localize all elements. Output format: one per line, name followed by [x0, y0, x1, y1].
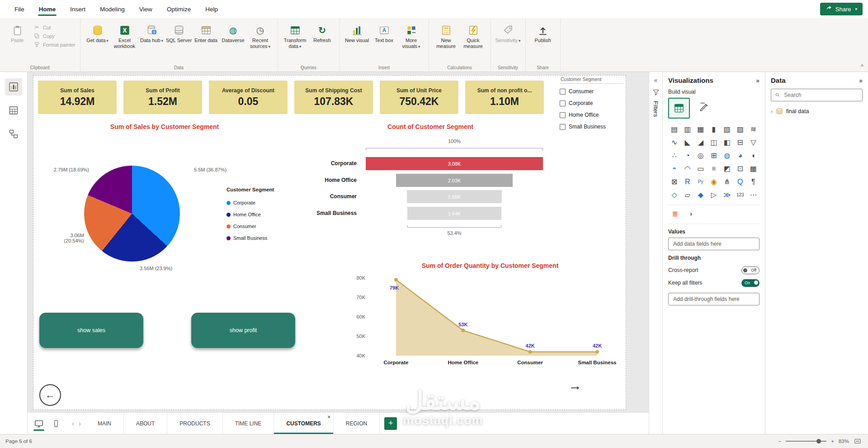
- kpi-card-discount[interactable]: Average of Discount0.05: [209, 81, 288, 114]
- line-stacked-column-chart-icon[interactable]: ◫: [708, 136, 720, 148]
- menu-view[interactable]: View: [132, 0, 160, 18]
- gauge-icon[interactable]: ◠: [681, 162, 693, 175]
- tab-region[interactable]: REGION: [334, 413, 380, 434]
- sql-server-button[interactable]: SQL Server: [165, 20, 193, 43]
- qa-visual-icon[interactable]: Q: [734, 176, 746, 188]
- show-profit-button[interactable]: show profit: [191, 313, 295, 348]
- tab-time-line[interactable]: TIME LINE: [223, 413, 274, 434]
- cut-button[interactable]: ✂Cut: [33, 24, 75, 30]
- waterfall-chart-icon[interactable]: ⊟: [734, 136, 746, 148]
- data-point-small-business[interactable]: [595, 350, 599, 353]
- build-visual-mode-button[interactable]: [668, 98, 690, 119]
- power-apps-icon[interactable]: ▷: [708, 189, 720, 201]
- data-search-box[interactable]: [771, 89, 863, 101]
- line-chart[interactable]: 80K 70K 60K 50K 40K 79K 53K 42K 42K Corp…: [345, 272, 626, 370]
- copy-button[interactable]: Copy: [33, 33, 75, 39]
- kpi-card-sales[interactable]: Sum of Sales14.92M: [38, 81, 117, 114]
- legend-item-home-office[interactable]: Home Office: [226, 209, 274, 220]
- kpi-card-non-profit[interactable]: Sum of non profit o...1.10M: [465, 81, 544, 114]
- format-painter-button[interactable]: Format painter: [33, 42, 75, 48]
- transform-data-button[interactable]: Transform data▾: [282, 20, 309, 49]
- new-page-button[interactable]: +: [384, 417, 397, 430]
- clustered-bar-chart-icon[interactable]: ▦: [694, 123, 707, 135]
- data-point-home-office[interactable]: [461, 329, 465, 332]
- keep-all-filters-toggle[interactable]: On: [741, 279, 760, 287]
- treemap-icon[interactable]: ⊞: [708, 149, 720, 162]
- mobile-layout-button[interactable]: [48, 416, 64, 431]
- collapse-data-panel-icon[interactable]: »: [859, 77, 863, 84]
- hundred-stacked-bar-chart-icon[interactable]: ▧: [721, 123, 733, 135]
- hundred-stacked-column-chart-icon[interactable]: ▨: [734, 123, 746, 135]
- fit-to-page-icon[interactable]: [854, 437, 862, 445]
- metrics-icon[interactable]: ◇: [668, 189, 680, 201]
- paginated-report-icon[interactable]: ▱: [681, 189, 693, 201]
- quick-measure-button[interactable]: Quick measure: [460, 20, 487, 49]
- line-chart-icon[interactable]: ∿: [668, 136, 680, 148]
- kpi-card-unit-price[interactable]: Sum of Unit Price750.42K: [380, 81, 458, 114]
- refresh-button[interactable]: ↻ Refresh: [309, 20, 336, 43]
- zoom-in-icon[interactable]: +: [831, 438, 834, 444]
- r-script-visual-icon[interactable]: R: [681, 176, 693, 188]
- zoom-slider[interactable]: [786, 441, 826, 442]
- data-hub-button[interactable]: Data hub▾: [138, 20, 165, 43]
- pie-chart[interactable]: [84, 166, 180, 262]
- tab-main[interactable]: MAIN: [85, 413, 124, 434]
- next-page-chevron[interactable]: ›: [77, 419, 83, 427]
- ribbon-chart-icon[interactable]: ≋: [747, 123, 760, 135]
- funnel-bar-consumer[interactable]: 1.65K: [407, 190, 502, 203]
- final-data-table-item[interactable]: › final data: [771, 108, 863, 115]
- desktop-layout-button[interactable]: [31, 416, 47, 431]
- stacked-column-chart-icon[interactable]: ▥: [681, 123, 693, 135]
- recent-sources-button[interactable]: ◷ Recent sources▾: [247, 20, 274, 49]
- report-page[interactable]: Sum of Sales14.92M Sum of Profit1.52M Av…: [33, 75, 626, 410]
- slicer-icon[interactable]: ⊡: [734, 162, 746, 175]
- data-point-corporate[interactable]: [394, 278, 398, 281]
- prev-page-chevron[interactable]: ‹: [70, 419, 76, 427]
- matrix-icon[interactable]: ⊠: [668, 176, 680, 188]
- checkbox-corporate[interactable]: [560, 100, 566, 106]
- enter-data-button[interactable]: Enter data: [193, 20, 220, 43]
- new-visual-button[interactable]: New visual: [344, 20, 371, 43]
- legend-item-small-business[interactable]: Small Business: [226, 232, 274, 244]
- kpi-card-profit[interactable]: Sum of Profit1.52M: [123, 81, 202, 114]
- sensitivity-button[interactable]: Sensitivity▾: [495, 20, 522, 43]
- publish-button[interactable]: Publish: [529, 20, 557, 43]
- slicer-item-corporate[interactable]: Corporate: [560, 97, 624, 109]
- search-input[interactable]: [783, 91, 859, 99]
- report-view-button[interactable]: [5, 78, 22, 95]
- more-visuals-options-icon[interactable]: ⋯: [747, 189, 760, 201]
- filled-map-icon[interactable]: ◕: [734, 149, 746, 162]
- line-clustered-column-chart-icon[interactable]: ◧: [721, 136, 733, 148]
- excel-workbook-button[interactable]: X Excel workbook: [111, 20, 138, 49]
- forward-arrow-button[interactable]: →: [568, 378, 582, 393]
- add-data-fields-well[interactable]: Add data fields here: [668, 238, 760, 250]
- copilot-icon[interactable]: ◗: [685, 208, 697, 220]
- dataverse-button[interactable]: ◍ Dataverse: [220, 20, 247, 43]
- cross-report-toggle[interactable]: Off: [741, 267, 760, 274]
- format-visual-mode-button[interactable]: [694, 98, 714, 117]
- expand-filters-icon[interactable]: «: [654, 76, 658, 84]
- azure-map-icon[interactable]: ◓: [668, 162, 680, 175]
- model-view-button[interactable]: [5, 125, 22, 143]
- close-tab-icon[interactable]: ×: [327, 414, 330, 419]
- key-influencers-icon[interactable]: ◉: [708, 176, 720, 188]
- map-icon[interactable]: ◍: [721, 149, 733, 162]
- menu-optimize[interactable]: Optimize: [160, 0, 198, 18]
- stacked-area-chart-icon[interactable]: ◢: [694, 136, 707, 148]
- donut-chart-icon[interactable]: ◎: [694, 149, 707, 162]
- get-data-button[interactable]: Get data▾: [84, 20, 111, 43]
- funnel-bar-small-business[interactable]: 1.64K: [407, 207, 502, 220]
- table-icon[interactable]: ▦: [747, 162, 760, 175]
- menu-help[interactable]: Help: [198, 0, 225, 18]
- text-box-button[interactable]: A Text box: [371, 20, 398, 43]
- sort-axis-icon[interactable]: ≣: [669, 208, 681, 220]
- checkbox-consumer[interactable]: [560, 89, 566, 95]
- menu-modeling[interactable]: Modeling: [93, 0, 132, 18]
- zoom-out-icon[interactable]: −: [778, 438, 782, 444]
- data-point-consumer[interactable]: [528, 350, 532, 353]
- funnel-bar-home-office[interactable]: 2.03K: [396, 174, 513, 187]
- checkbox-home-office[interactable]: [560, 112, 566, 118]
- legend-item-corporate[interactable]: Corporate: [226, 197, 274, 209]
- show-sales-button[interactable]: show sales: [39, 313, 143, 348]
- funnel-chart-icon[interactable]: ▽: [747, 136, 760, 148]
